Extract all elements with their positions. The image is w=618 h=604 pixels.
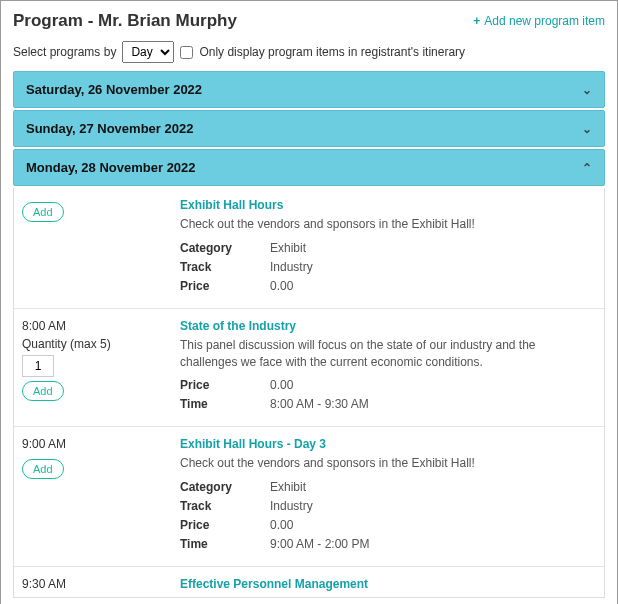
session-item: Add Exhibit Hall Hours Check out the ven… (14, 188, 604, 309)
plus-icon: + (473, 14, 480, 28)
add-button[interactable]: Add (22, 459, 64, 479)
session-item: 9:30 AM Add Effective Personnel Manageme… (14, 567, 604, 598)
session-title[interactable]: State of the Industry (180, 319, 596, 333)
meta-value: 0.00 (270, 518, 293, 532)
add-button[interactable]: Add (22, 202, 64, 222)
session-time: 8:00 AM (22, 319, 172, 333)
add-program-label: Add new program item (484, 14, 605, 28)
meta-value: 8:00 AM - 9:30 AM (270, 397, 369, 411)
filter-label: Select programs by (13, 45, 116, 59)
meta-label-price: Price (180, 518, 270, 532)
meta-value: Exhibit (270, 480, 306, 494)
chevron-down-icon: ⌄ (582, 122, 592, 136)
add-program-link[interactable]: + Add new program item (473, 14, 605, 28)
session-desc: Check out the vendors and sponsors in th… (180, 216, 596, 233)
day-header-sunday[interactable]: Sunday, 27 November 2022 ⌄ (13, 110, 605, 147)
meta-label-track: Track (180, 260, 270, 274)
day-label: Sunday, 27 November 2022 (26, 121, 193, 136)
session-title[interactable]: Exhibit Hall Hours - Day 3 (180, 437, 596, 451)
session-desc: This panel discussion will focus on the … (180, 337, 596, 371)
quantity-input[interactable] (22, 355, 54, 377)
meta-label-price: Price (180, 279, 270, 293)
itinerary-checkbox[interactable] (180, 46, 193, 59)
meta-label-price: Price (180, 378, 270, 392)
session-desc: Check out the vendors and sponsors in th… (180, 455, 596, 472)
day-label: Saturday, 26 November 2022 (26, 82, 202, 97)
meta-label-time: Time (180, 537, 270, 551)
meta-value: 0.00 (270, 279, 293, 293)
add-button[interactable]: Add (22, 381, 64, 401)
sessions-panel[interactable]: Add Exhibit Hall Hours Check out the ven… (13, 188, 605, 598)
session-title[interactable]: Exhibit Hall Hours (180, 198, 596, 212)
meta-value: Exhibit (270, 241, 306, 255)
meta-label-category: Category (180, 241, 270, 255)
meta-value: 9:00 AM - 2:00 PM (270, 537, 369, 551)
session-time: 9:30 AM (22, 577, 172, 591)
day-header-saturday[interactable]: Saturday, 26 November 2022 ⌄ (13, 71, 605, 108)
quantity-label: Quantity (max 5) (22, 337, 172, 351)
meta-value: Industry (270, 499, 313, 513)
session-title[interactable]: Effective Personnel Management (180, 577, 596, 591)
meta-label-category: Category (180, 480, 270, 494)
meta-label-time: Time (180, 397, 270, 411)
day-label: Monday, 28 November 2022 (26, 160, 196, 175)
chevron-up-icon: ⌃ (582, 161, 592, 175)
session-item: 8:00 AM Quantity (max 5) Add State of th… (14, 309, 604, 428)
itinerary-checkbox-label: Only display program items in registrant… (199, 45, 465, 59)
meta-value: Industry (270, 260, 313, 274)
session-time: 9:00 AM (22, 437, 172, 451)
session-item: 9:00 AM Add Exhibit Hall Hours - Day 3 C… (14, 427, 604, 567)
session-desc: A discussion of the top ten tips in effe… (180, 595, 596, 598)
meta-label-track: Track (180, 499, 270, 513)
meta-value: 0.00 (270, 378, 293, 392)
page-title: Program - Mr. Brian Murphy (13, 11, 237, 31)
day-header-monday[interactable]: Monday, 28 November 2022 ⌃ (13, 149, 605, 186)
filter-select[interactable]: Day (122, 41, 174, 63)
chevron-down-icon: ⌄ (582, 83, 592, 97)
